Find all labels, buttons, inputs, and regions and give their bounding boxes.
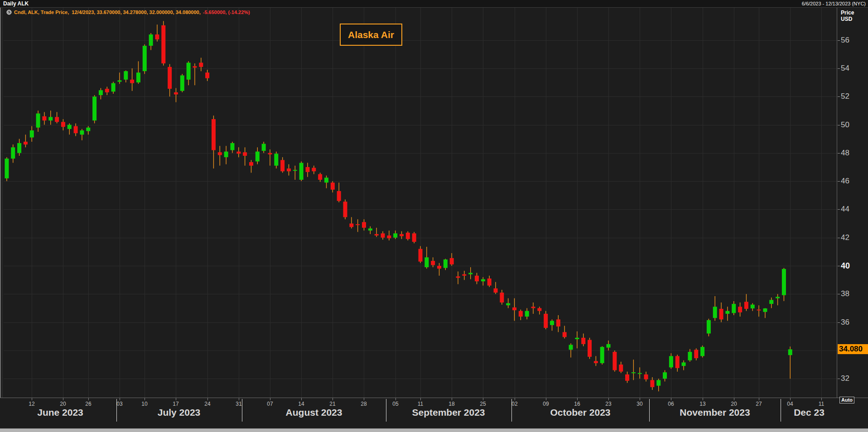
candle-9-7[interactable] bbox=[406, 231, 410, 240]
candle-9-26[interactable] bbox=[487, 276, 492, 287]
candle-6-13[interactable] bbox=[36, 110, 40, 132]
candle-7-21[interactable] bbox=[199, 58, 203, 72]
candle-10-23[interactable] bbox=[607, 341, 611, 350]
candle-6-12[interactable] bbox=[30, 126, 34, 142]
candle-10-24[interactable] bbox=[612, 350, 617, 372]
candle-10-4[interactable] bbox=[525, 308, 529, 319]
candle-8-17[interactable] bbox=[318, 173, 322, 182]
candle-9-29[interactable] bbox=[506, 298, 510, 308]
candle-8-31[interactable] bbox=[381, 231, 385, 240]
candle-8-2[interactable] bbox=[249, 160, 253, 173]
candle-12-1[interactable] bbox=[782, 268, 786, 301]
candle-10-6[interactable] bbox=[537, 307, 541, 314]
candle-6-28[interactable] bbox=[99, 88, 103, 100]
candle-11-6[interactable] bbox=[669, 353, 673, 369]
candlestick-plot[interactable] bbox=[4, 8, 837, 398]
candle-8-10[interactable] bbox=[287, 164, 291, 176]
candle-12-4[interactable] bbox=[788, 346, 792, 379]
candle-10-20[interactable] bbox=[600, 346, 604, 365]
candle-11-22[interactable] bbox=[744, 294, 748, 311]
candle-10-12[interactable] bbox=[563, 326, 567, 338]
candle-7-18[interactable] bbox=[180, 74, 184, 92]
candle-7-5[interactable] bbox=[124, 71, 128, 82]
candle-7-6[interactable] bbox=[130, 68, 134, 91]
candle-10-5[interactable] bbox=[531, 302, 535, 314]
candle-10-11[interactable] bbox=[556, 315, 560, 332]
candle-10-27[interactable] bbox=[632, 360, 636, 380]
candle-7-10[interactable] bbox=[143, 44, 147, 74]
candle-8-16[interactable] bbox=[312, 166, 316, 174]
candle-6-27[interactable] bbox=[92, 95, 96, 123]
candle-9-22[interactable] bbox=[475, 273, 479, 284]
candle-7-25[interactable] bbox=[212, 115, 216, 168]
candle-8-3[interactable] bbox=[256, 147, 260, 164]
annotation-box[interactable]: Alaska Air bbox=[340, 24, 402, 46]
candle-10-25[interactable] bbox=[619, 362, 623, 373]
candle-9-11[interactable] bbox=[419, 246, 423, 263]
candle-11-17[interactable] bbox=[725, 307, 729, 321]
candle-9-13[interactable] bbox=[431, 257, 435, 267]
candle-11-27[interactable] bbox=[757, 305, 761, 317]
candle-10-3[interactable] bbox=[519, 310, 523, 320]
candle-11-10[interactable] bbox=[694, 348, 698, 360]
candle-6-20[interactable] bbox=[61, 119, 65, 130]
candle-7-3[interactable] bbox=[117, 72, 121, 84]
candle-8-15[interactable] bbox=[305, 163, 309, 177]
candle-8-23[interactable] bbox=[343, 200, 347, 220]
candle-7-26[interactable] bbox=[218, 146, 222, 166]
candle-6-15[interactable] bbox=[48, 110, 53, 125]
candle-11-1[interactable] bbox=[650, 377, 654, 390]
candle-8-11[interactable] bbox=[293, 166, 297, 180]
bottom-scroll-strip[interactable] bbox=[0, 428, 868, 432]
candle-10-31[interactable] bbox=[644, 372, 648, 382]
candle-11-14[interactable] bbox=[707, 319, 711, 336]
candle-10-9[interactable] bbox=[544, 311, 548, 329]
candle-8-25[interactable] bbox=[356, 219, 360, 232]
candle-9-28[interactable] bbox=[500, 290, 504, 305]
candle-11-7[interactable] bbox=[675, 355, 680, 371]
candle-9-27[interactable] bbox=[494, 282, 498, 294]
candle-8-1[interactable] bbox=[243, 147, 247, 165]
candle-11-28[interactable] bbox=[763, 308, 767, 318]
candle-7-14[interactable] bbox=[168, 64, 172, 97]
candle-8-8[interactable] bbox=[274, 152, 278, 168]
candle-9-18[interactable] bbox=[450, 253, 454, 266]
candle-10-18[interactable] bbox=[588, 338, 592, 359]
candle-6-30[interactable] bbox=[111, 82, 116, 93]
candle-9-25[interactable] bbox=[481, 277, 485, 286]
candle-9-12[interactable] bbox=[424, 247, 429, 269]
candle-8-18[interactable] bbox=[324, 176, 328, 188]
candle-9-14[interactable] bbox=[437, 263, 441, 276]
candle-8-7[interactable] bbox=[268, 149, 272, 166]
candle-9-15[interactable] bbox=[444, 259, 448, 270]
candle-9-19[interactable] bbox=[456, 271, 460, 284]
candle-10-26[interactable] bbox=[625, 372, 629, 383]
y-axis[interactable]: 565452504846444240383632 bbox=[837, 8, 868, 398]
candle-11-29[interactable] bbox=[769, 298, 773, 308]
candle-9-21[interactable] bbox=[468, 267, 473, 279]
candle-8-14[interactable] bbox=[299, 161, 304, 181]
candle-7-13[interactable] bbox=[161, 21, 165, 66]
candle-7-27[interactable] bbox=[224, 146, 228, 164]
candle-8-29[interactable] bbox=[368, 226, 372, 234]
candle-8-28[interactable] bbox=[362, 219, 366, 230]
legend-row[interactable]: Cndl, ALK, Trade Price, 12/4/2023, 33.67… bbox=[6, 9, 250, 15]
candle-11-24[interactable] bbox=[751, 303, 755, 311]
candle-6-29[interactable] bbox=[105, 86, 109, 95]
candle-11-8[interactable] bbox=[682, 360, 686, 370]
candle-7-24[interactable] bbox=[205, 70, 209, 81]
auto-scale-button[interactable]: Auto bbox=[839, 397, 854, 403]
candle-8-22[interactable] bbox=[337, 182, 341, 202]
candle-8-4[interactable] bbox=[262, 142, 266, 153]
candle-6-16[interactable] bbox=[55, 112, 59, 123]
candle-6-6[interactable] bbox=[5, 157, 9, 181]
candle-11-15[interactable] bbox=[713, 296, 717, 321]
candle-7-11[interactable] bbox=[149, 33, 153, 50]
candle-10-16[interactable] bbox=[575, 331, 579, 348]
candle-10-19[interactable] bbox=[594, 356, 598, 366]
candle-7-28[interactable] bbox=[230, 142, 234, 153]
candle-10-30[interactable] bbox=[638, 367, 642, 379]
candle-7-20[interactable] bbox=[193, 63, 197, 85]
candle-11-16[interactable] bbox=[719, 302, 723, 322]
x-axis[interactable]: 1220260310172431071421280511182502091623… bbox=[0, 398, 868, 428]
